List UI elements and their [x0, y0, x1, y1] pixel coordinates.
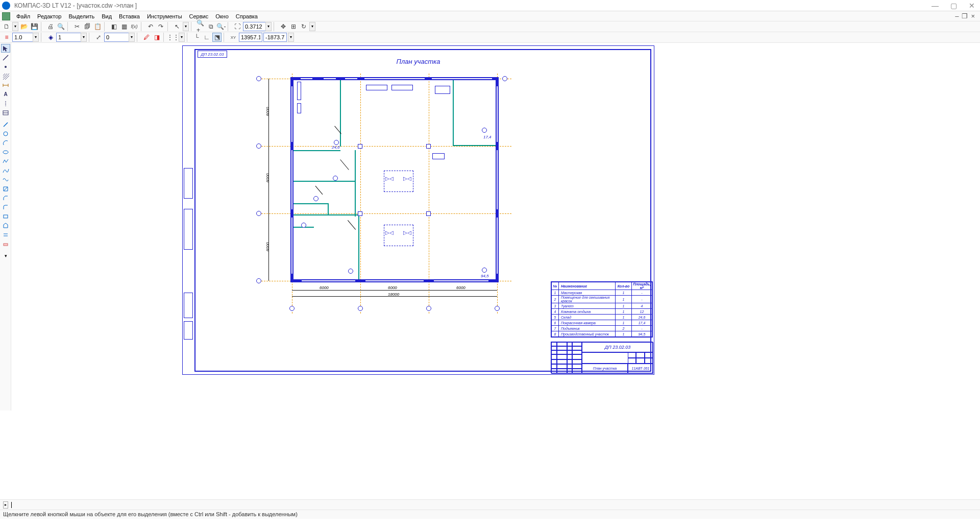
view-button[interactable]: ⊞ [289, 22, 298, 31]
paste-button[interactable]: 📋 [93, 22, 102, 31]
cut-button[interactable]: ✂ [72, 22, 82, 31]
zoom-fit-button[interactable]: ⛶ [233, 22, 242, 31]
tool-point[interactable] [1, 62, 10, 71]
interior-wall [293, 150, 340, 151]
ortho-button[interactable]: └ [192, 33, 201, 42]
properties-button[interactable]: ◧ [109, 22, 118, 31]
layer-input[interactable] [56, 33, 81, 42]
zoom-drop[interactable]: ▾ [265, 22, 272, 31]
dim-text: 6000 [265, 107, 270, 116]
snap-button[interactable]: ∟ [202, 33, 211, 42]
pan-button[interactable]: ✥ [279, 22, 288, 31]
mdi-minimize[interactable]: – [955, 12, 959, 20]
wall-seg [496, 274, 499, 282]
new-button[interactable]: 🗋 [2, 22, 11, 31]
room-label: 17,4 [483, 135, 492, 139]
wall [496, 77, 499, 282]
save-button[interactable]: 💾 [30, 22, 39, 31]
close-button[interactable]: ✕ [966, 2, 978, 10]
cursor-button[interactable]: ↖ [173, 22, 182, 31]
mdi-restore[interactable]: ❐ [962, 12, 968, 20]
tool-contour[interactable] [1, 184, 10, 193]
canvas[interactable]: ДП 23.02.03 План участка [11, 43, 980, 411]
style-icon[interactable]: ≡ [2, 33, 11, 42]
scale-input[interactable] [104, 33, 129, 42]
menu-editor[interactable]: Редактор [34, 12, 64, 20]
print-button[interactable]: 🖨 [46, 22, 55, 31]
tool-bezier[interactable] [1, 166, 10, 175]
coord-x[interactable] [239, 33, 262, 42]
toolbar-overflow[interactable]: ▾ [309, 22, 315, 31]
lift-sym: ▷◁ [385, 176, 394, 181]
minimize-button[interactable]: — [929, 2, 941, 10]
stamp-group: 11АВТ-361 [628, 364, 653, 374]
new-dropdown[interactable]: ▾ [12, 22, 18, 31]
scale-icon[interactable]: ⤢ [94, 33, 103, 42]
maximize-button[interactable]: ▢ [947, 2, 960, 10]
table-button[interactable]: ▦ [119, 22, 129, 31]
zoom-input[interactable] [243, 22, 265, 31]
tool-polyline[interactable] [1, 157, 10, 165]
tool-more[interactable]: ▾ [1, 251, 10, 260]
dim-text: 6000 [320, 285, 329, 290]
tool-rect[interactable] [1, 212, 10, 221]
toolbar2-overflow[interactable]: ▾ [288, 33, 294, 42]
title-block: ДП 23.02.03 План участка 11АВТ-361 [551, 342, 653, 373]
tool-select[interactable] [1, 44, 10, 53]
color-fg-button[interactable]: 🖉 [142, 33, 151, 42]
tool-hatch[interactable] [1, 71, 10, 80]
grid-button[interactable]: ⋮⋮ [168, 33, 178, 42]
tool-chamfer[interactable] [1, 194, 10, 202]
tool-axis[interactable] [1, 99, 10, 108]
zoom-in-button[interactable]: 🔍+ [196, 22, 205, 31]
menu-help[interactable]: Справка [233, 12, 261, 20]
tool-poly[interactable] [1, 221, 10, 230]
tool-fillet[interactable] [1, 203, 10, 211]
tool-ellipse[interactable] [1, 148, 10, 156]
copy-button[interactable]: 🗐 [83, 22, 92, 31]
menu-select[interactable]: Выделить [65, 12, 97, 20]
mdi-close[interactable]: × [971, 12, 975, 20]
command-bar[interactable]: ▸ [0, 499, 980, 510]
tool-arc[interactable] [1, 138, 10, 147]
lift [384, 171, 413, 192]
tool-text[interactable]: A [1, 90, 10, 99]
dim-text: 6000 [265, 174, 270, 183]
redo-button[interactable]: ↷ [156, 22, 165, 31]
tool-line[interactable] [1, 53, 10, 62]
menu-window[interactable]: Окно [212, 12, 232, 20]
coord-y[interactable] [263, 33, 287, 42]
tool-erase[interactable] [1, 239, 10, 248]
open-button[interactable]: 📂 [19, 22, 29, 31]
linestyle-input[interactable] [12, 33, 33, 42]
tool-offset[interactable] [1, 230, 10, 239]
dim-text-total: 18000 [388, 292, 399, 297]
menu-view[interactable]: Вид [99, 12, 115, 20]
proj-rect [184, 209, 193, 250]
menu-tools[interactable]: Инструменты [144, 12, 185, 20]
fx-button[interactable]: f(x) [130, 22, 139, 31]
equipment [435, 86, 450, 94]
undo-button[interactable]: ↶ [146, 22, 155, 31]
menu-insert[interactable]: Вставка [116, 12, 143, 20]
axis-line [360, 74, 361, 314]
tool-segment[interactable] [1, 120, 10, 129]
color-bg-button[interactable]: ◨ [152, 33, 161, 42]
tool-circle[interactable] [1, 129, 10, 138]
tool-spline[interactable] [1, 175, 10, 184]
zoom-window-button[interactable]: ⧉ [206, 22, 215, 31]
snap2-button[interactable]: ⬔ [212, 33, 222, 42]
tool-dimension[interactable] [1, 81, 10, 89]
preview-button[interactable]: 🔍 [56, 22, 65, 31]
xy-icon: XY [229, 33, 238, 42]
spec-h-qty: Кол-во [616, 282, 632, 290]
zoom-combo[interactable]: ▾ [243, 22, 272, 31]
equipment [297, 103, 301, 113]
tool-table[interactable] [1, 108, 10, 117]
refresh-button[interactable]: ↻ [299, 22, 308, 31]
cursor-drop[interactable]: ▾ [183, 22, 189, 31]
layer-icon[interactable]: ◈ [46, 33, 55, 42]
axis-bubble [256, 76, 261, 81]
zoom-out-button[interactable]: 🔍- [216, 22, 226, 31]
menu-file[interactable]: Файл [13, 12, 33, 20]
